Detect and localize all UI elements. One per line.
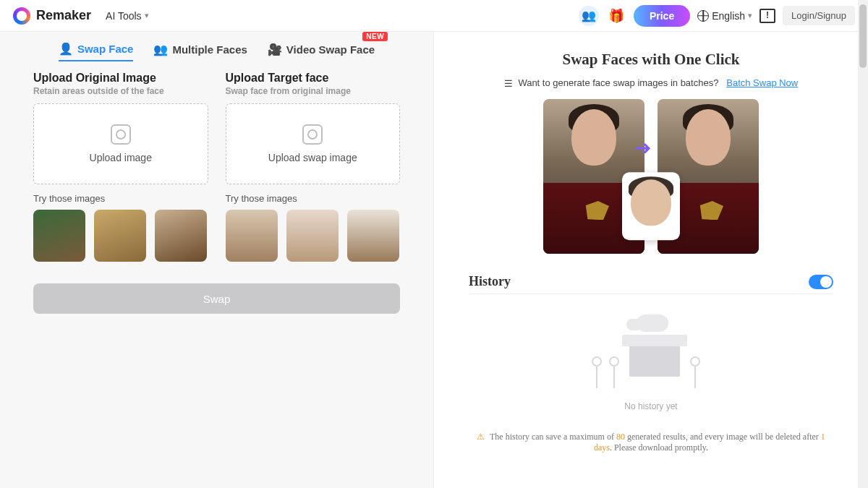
- panel-subtitle: Swap face from original image: [226, 86, 401, 96]
- sample-thumb[interactable]: [33, 210, 85, 262]
- tab-label: Multiple Faces: [172, 43, 247, 56]
- language-dropdown[interactable]: English ▾: [697, 10, 752, 22]
- globe-icon: [697, 10, 709, 22]
- try-label: Try those images: [226, 193, 401, 204]
- no-history-text: No history yet: [624, 401, 677, 411]
- ai-tools-dropdown[interactable]: AI Tools ▾: [106, 10, 149, 22]
- ai-tools-label: AI Tools: [106, 10, 142, 22]
- panel-subtitle: Retain areas outside of the face: [33, 86, 208, 96]
- panel-title: Upload Original Image: [33, 72, 208, 85]
- person-icon: 👤: [59, 42, 73, 56]
- chevron-down-icon: ▾: [748, 11, 752, 20]
- stack-icon: ☰: [504, 78, 513, 89]
- dropzone-label: Upload image: [90, 152, 152, 163]
- upload-panels: Upload Original Image Retain areas outsi…: [0, 69, 433, 262]
- brand-text: Remaker: [36, 8, 91, 23]
- scrollbar[interactable]: [858, 0, 868, 488]
- tab-video-swap[interactable]: 🎥 Video Swap Face NEW: [268, 42, 375, 61]
- tab-swap-face[interactable]: 👤 Swap Face: [59, 42, 134, 61]
- scrollbar-thumb[interactable]: [859, 4, 867, 68]
- dropzone-label: Upload swap image: [268, 152, 357, 163]
- batch-swap-link[interactable]: Batch Swap Now: [726, 77, 798, 88]
- login-button[interactable]: Login/Signup: [783, 6, 855, 25]
- sample-thumbs-original: [33, 210, 208, 262]
- people-icon: 👥: [153, 43, 168, 56]
- upload-icon: [302, 124, 323, 145]
- empty-illustration: [586, 314, 716, 394]
- language-label: English: [712, 10, 745, 22]
- arrow-icon: ➔: [634, 136, 651, 160]
- hero-face-overlay: [622, 172, 680, 240]
- tab-multiple-faces[interactable]: 👥 Multiple Faces: [153, 42, 247, 61]
- gift-icon[interactable]: 🎁: [606, 6, 626, 26]
- new-badge: NEW: [362, 32, 388, 41]
- history-note: ⚠ The history can save a maximum of 80 g…: [469, 432, 833, 453]
- hero-demo: ➔: [434, 99, 868, 254]
- history-toggle[interactable]: [809, 275, 833, 289]
- try-label: Try those images: [33, 193, 208, 204]
- upload-icon: [111, 124, 131, 145]
- panel-target: Upload Target face Swap face from origin…: [226, 72, 401, 262]
- panel-original: Upload Original Image Retain areas outsi…: [33, 72, 208, 262]
- sample-thumb[interactable]: [226, 210, 278, 262]
- header-right: 👥 🎁 Price English ▾ Login/Signup: [579, 5, 855, 27]
- community-icon[interactable]: 👥: [579, 6, 599, 26]
- sample-thumbs-target: [226, 210, 401, 262]
- sample-thumb[interactable]: [155, 210, 207, 262]
- mode-tabs: 👤 Swap Face 👥 Multiple Faces 🎥 Video Swa…: [0, 32, 433, 69]
- swap-button[interactable]: Swap: [33, 283, 400, 314]
- tab-label: Swap Face: [77, 43, 134, 55]
- right-panel: Swap Faces with One Click ☰ Want to gene…: [434, 32, 868, 488]
- history-header: History: [469, 274, 833, 294]
- feedback-icon[interactable]: [760, 9, 775, 23]
- logo-icon: [13, 7, 30, 25]
- sample-thumb[interactable]: [286, 210, 339, 262]
- video-icon: 🎥: [268, 43, 282, 56]
- warning-icon: ⚠: [477, 432, 485, 442]
- right-title: Swap Faces with One Click: [434, 51, 868, 69]
- header: Remaker AI Tools ▾ 👥 🎁 Price English ▾ L…: [0, 0, 868, 32]
- left-panel: 👤 Swap Face 👥 Multiple Faces 🎥 Video Swa…: [0, 32, 434, 488]
- dropzone-target[interactable]: Upload swap image: [226, 103, 401, 184]
- panel-title: Upload Target face: [226, 72, 401, 85]
- chevron-down-icon: ▾: [145, 11, 149, 20]
- sample-thumb[interactable]: [94, 210, 146, 262]
- tab-label: Video Swap Face: [286, 43, 375, 56]
- batch-text: Want to generate face swap images in bat…: [518, 77, 718, 88]
- brand[interactable]: Remaker: [13, 7, 91, 25]
- history-title: History: [469, 274, 511, 289]
- batch-prompt: ☰ Want to generate face swap images in b…: [434, 77, 868, 89]
- sample-thumb[interactable]: [347, 210, 399, 262]
- price-button[interactable]: Price: [634, 5, 690, 27]
- dropzone-original[interactable]: Upload image: [33, 103, 208, 184]
- main: 👤 Swap Face 👥 Multiple Faces 🎥 Video Swa…: [0, 32, 868, 488]
- history-empty-state: No history yet: [434, 314, 868, 411]
